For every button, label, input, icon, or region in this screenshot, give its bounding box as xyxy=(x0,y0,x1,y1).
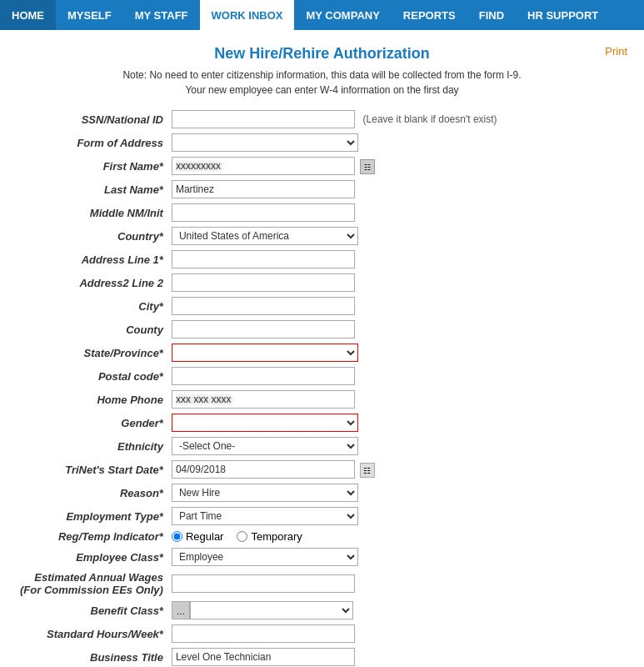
benefit-class-container: … xyxy=(172,601,624,619)
employee-class-row: Employee Class* Employee Contractor xyxy=(17,545,627,569)
first-name-row: First Name* ☷ xyxy=(17,154,627,178)
first-name-input[interactable] xyxy=(172,157,355,175)
state-select[interactable]: California Texas New York Florida xyxy=(172,344,358,362)
home-phone-label: Home Phone xyxy=(17,388,170,411)
nav-my-staff[interactable]: MY STAFF xyxy=(123,0,200,30)
employee-class-label: Employee Class* xyxy=(17,545,170,569)
country-select[interactable]: United States of America Canada xyxy=(172,227,358,245)
benefit-class-label: Benefit Class* xyxy=(17,599,170,622)
state-row: State/Province* California Texas New Yor… xyxy=(17,341,627,364)
middle-nm-input[interactable] xyxy=(172,203,355,222)
page-title: New Hire/Rehire Authorization xyxy=(214,45,429,62)
business-title-label: Business Title xyxy=(17,645,170,667)
ssn-row: SSN/National ID (Leave it blank if doesn… xyxy=(17,108,627,131)
nav-find[interactable]: FIND xyxy=(467,0,516,30)
middle-nm-label: Middle NM/Init xyxy=(17,201,170,224)
address1-row: Address Line 1* xyxy=(17,248,627,271)
form-address-row: Form of Address Mr Ms Mrs Dr xyxy=(17,131,627,154)
city-input[interactable] xyxy=(172,297,355,315)
print-link[interactable]: Print xyxy=(605,45,627,58)
ssn-hint: (Leave it blank if doesn't exist) xyxy=(363,113,497,125)
page-title-container: New Hire/Rehire Authorization Print xyxy=(17,45,627,63)
address-book-icon[interactable]: ☷ xyxy=(360,159,375,174)
reg-temp-row: Reg/Temp Indicator* Regular Temporary xyxy=(17,528,627,545)
postal-row: Postal code* xyxy=(17,364,627,388)
address1-label: Address Line 1* xyxy=(17,248,170,271)
nav-work-inbox[interactable]: WORK INBOX xyxy=(200,0,295,30)
nav-home[interactable]: HOME xyxy=(0,0,56,30)
est-wages-row: Estimated Annual Wages (For Commission E… xyxy=(17,569,627,599)
nav-reports[interactable]: REPORTS xyxy=(392,0,467,30)
standard-hours-label: Standard Hours/Week* xyxy=(17,622,170,645)
reason-select[interactable]: New Hire Rehire xyxy=(172,484,358,502)
nav-myself[interactable]: MYSELF xyxy=(56,0,123,30)
trinet-date-row: TriNet's Start Date* ☷ xyxy=(17,458,627,481)
nav-hr-support[interactable]: HR SUPPORT xyxy=(516,0,610,30)
city-label: City* xyxy=(17,294,170,318)
est-wages-label: Estimated Annual Wages (For Commission E… xyxy=(17,569,170,599)
state-label: State/Province* xyxy=(17,341,170,364)
temporary-label: Temporary xyxy=(251,530,302,543)
county-input[interactable] xyxy=(172,320,355,339)
employment-type-select[interactable]: Full Time Part Time xyxy=(172,507,358,525)
address2-input[interactable] xyxy=(172,273,355,292)
navigation: HOME MYSELF MY STAFF WORK INBOX MY COMPA… xyxy=(0,0,644,30)
ssn-label: SSN/National ID xyxy=(17,108,170,131)
home-phone-input[interactable] xyxy=(172,390,355,409)
standard-hours-input[interactable] xyxy=(172,624,355,643)
regular-radio-label[interactable]: Regular xyxy=(172,530,224,543)
calendar-icon[interactable]: ☷ xyxy=(360,463,375,478)
gender-select[interactable]: Male Female xyxy=(172,414,358,432)
benefit-class-picker-btn[interactable]: … xyxy=(172,601,190,619)
standard-hours-row: Standard Hours/Week* xyxy=(17,622,627,645)
benefit-class-select[interactable] xyxy=(190,601,353,619)
last-name-input[interactable] xyxy=(172,180,355,198)
form-address-label: Form of Address xyxy=(17,131,170,154)
temporary-radio[interactable] xyxy=(237,531,247,542)
employment-type-row: Employment Type* Full Time Part Time xyxy=(17,504,627,528)
employment-type-label: Employment Type* xyxy=(17,504,170,528)
trinet-date-input[interactable] xyxy=(172,460,355,479)
county-label: County xyxy=(17,318,170,341)
ethnicity-select[interactable]: -Select One- Hispanic or Latino White Bl… xyxy=(172,437,358,455)
employee-class-select[interactable]: Employee Contractor xyxy=(172,548,358,566)
note-text: Note: No need to enter citizenship infor… xyxy=(17,68,627,98)
last-name-row: Last Name* xyxy=(17,178,627,201)
regular-radio[interactable] xyxy=(172,531,182,542)
city-row: City* xyxy=(17,294,627,318)
est-wages-input[interactable] xyxy=(172,574,355,593)
benefit-class-row: Benefit Class* … xyxy=(17,599,627,622)
business-title-input[interactable] xyxy=(172,648,355,666)
address1-input[interactable] xyxy=(172,250,355,268)
trinet-date-label: TriNet's Start Date* xyxy=(17,458,170,481)
ethnicity-row: Ethnicity -Select One- Hispanic or Latin… xyxy=(17,434,627,458)
reg-temp-group: Regular Temporary xyxy=(172,530,624,543)
home-phone-row: Home Phone xyxy=(17,388,627,411)
county-row: County xyxy=(17,318,627,341)
reg-temp-label: Reg/Temp Indicator* xyxy=(17,528,170,545)
middle-nm-row: Middle NM/Init xyxy=(17,201,627,224)
new-hire-form: SSN/National ID (Leave it blank if doesn… xyxy=(17,108,627,667)
address2-label: Address2 Line 2 xyxy=(17,271,170,294)
gender-row: Gender* Male Female xyxy=(17,411,627,434)
ssn-input[interactable] xyxy=(172,110,355,128)
last-name-label: Last Name* xyxy=(17,178,170,201)
reason-row: Reason* New Hire Rehire xyxy=(17,481,627,504)
temporary-radio-label[interactable]: Temporary xyxy=(237,530,302,543)
reason-label: Reason* xyxy=(17,481,170,504)
nav-my-company[interactable]: MY COMPANY xyxy=(294,0,391,30)
country-label: Country* xyxy=(17,224,170,248)
form-address-select[interactable]: Mr Ms Mrs Dr xyxy=(172,133,358,152)
first-name-label: First Name* xyxy=(17,154,170,178)
postal-input[interactable] xyxy=(172,367,355,385)
business-title-row: Business Title xyxy=(17,645,627,667)
regular-label: Regular xyxy=(186,530,224,543)
gender-label: Gender* xyxy=(17,411,170,434)
country-row: Country* United States of America Canada xyxy=(17,224,627,248)
postal-label: Postal code* xyxy=(17,364,170,388)
address2-row: Address2 Line 2 xyxy=(17,271,627,294)
ethnicity-label: Ethnicity xyxy=(17,434,170,458)
